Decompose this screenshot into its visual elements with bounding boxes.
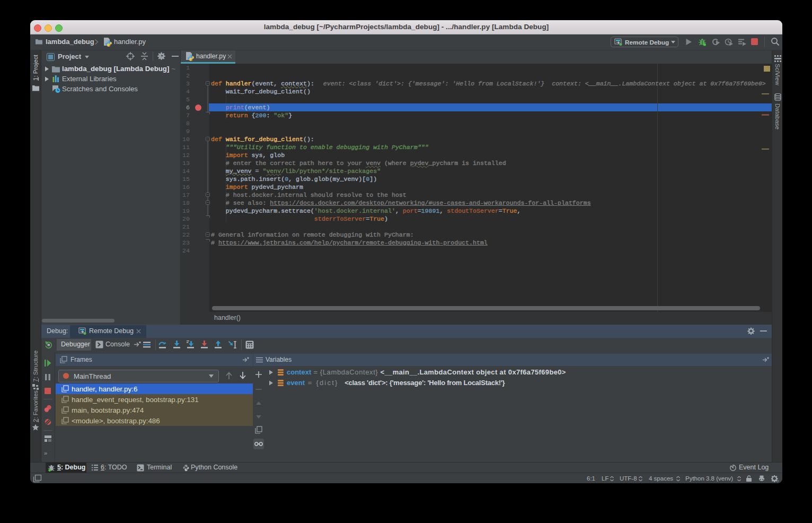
svg-text:?: ?	[776, 479, 779, 483]
